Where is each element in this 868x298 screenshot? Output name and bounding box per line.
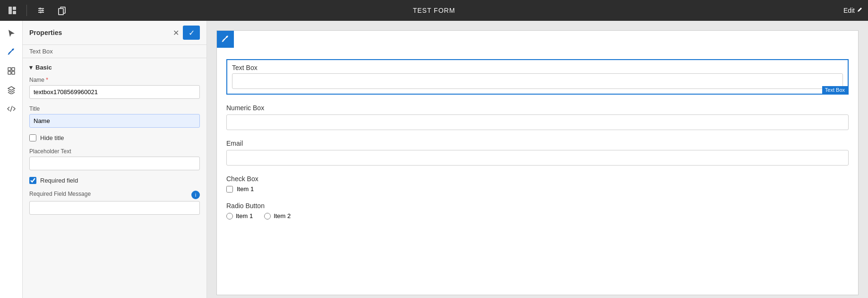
svg-line-16 [10, 106, 12, 112]
properties-title: Properties [29, 29, 62, 36]
svg-rect-15 [12, 71, 15, 74]
checkbox-item-1: Item 1 [226, 185, 849, 193]
checkbox-field: Check Box Item 1 [226, 175, 849, 193]
title-field-group: Title [29, 105, 200, 128]
section-basic[interactable]: ▾ Basic [29, 64, 200, 71]
placeholder-field-group: Placeholder Text [29, 148, 200, 170]
hide-title-checkbox[interactable] [29, 134, 36, 141]
sliders-icon-btn[interactable] [33, 2, 50, 19]
radio-item-label-2: Item 2 [274, 212, 291, 219]
radio-input-2[interactable] [264, 213, 271, 219]
svg-rect-12 [8, 68, 11, 70]
title-field-label: Title [29, 105, 200, 112]
name-field-label: Name * [29, 77, 200, 83]
wrench-icon-btn[interactable] [3, 44, 20, 61]
numericbox-input[interactable] [226, 114, 849, 130]
form-canvas-inner: Text Box Text Box Numeric Box Email Chec… [216, 30, 859, 295]
top-bar-left [0, 2, 70, 19]
radio-input-1[interactable] [226, 213, 233, 219]
checkbox-label: Check Box [226, 175, 849, 183]
hide-title-label: Hide title [40, 134, 64, 141]
properties-panel: Properties ✕ ✓ Text Box ▾ Basic Name * [23, 21, 207, 298]
email-label: Email [226, 140, 849, 147]
top-bar: TEST FORM Edit [0, 0, 868, 21]
layers-icon-btn[interactable] [3, 81, 20, 98]
selected-tool-bar[interactable] [217, 31, 234, 48]
name-input[interactable] [29, 85, 200, 99]
email-input[interactable] [226, 150, 849, 166]
placeholder-field-label: Placeholder Text [29, 148, 200, 155]
textbox-label: Text Box [227, 60, 848, 71]
required-field-row: Required field [29, 177, 200, 184]
top-bar-right: Edit [843, 7, 868, 14]
svg-rect-14 [8, 71, 11, 74]
properties-body: ▾ Basic Name * Title Hide title [23, 58, 206, 298]
checkbox-input-1[interactable] [226, 186, 233, 193]
properties-subheader: Text Box [23, 45, 206, 58]
svg-rect-2 [13, 11, 16, 14]
edit-button[interactable]: Edit [843, 7, 862, 14]
title-input[interactable] [29, 114, 200, 128]
divider [26, 5, 27, 16]
radio-options: Item 1 Item 2 [226, 212, 849, 219]
form-title: TEST FORM [413, 7, 455, 14]
properties-header: Properties ✕ ✓ [23, 21, 206, 45]
numericbox-label: Numeric Box [226, 104, 849, 112]
radio-field: Radio Button Item 1 Item 2 [226, 202, 849, 219]
radio-item-label-1: Item 1 [236, 212, 253, 219]
form-canvas: Text Box Text Box Numeric Box Email Chec… [207, 21, 868, 298]
required-message-input[interactable] [29, 201, 200, 215]
svg-rect-0 [9, 7, 12, 14]
chevron-down-icon: ▾ [29, 64, 33, 71]
numericbox-field: Numeric Box [226, 104, 849, 130]
svg-point-8 [40, 11, 42, 13]
svg-point-7 [42, 9, 43, 11]
textbox-selected-field: Text Box Text Box [226, 59, 849, 95]
checkbox-options: Item 1 [226, 185, 849, 193]
required-message-label-row: Required Field Message i [29, 191, 200, 199]
properties-close-button[interactable]: ✕ [173, 28, 179, 37]
required-field-checkbox[interactable] [29, 177, 36, 184]
icon-sidebar [0, 21, 23, 298]
main-layout: Properties ✕ ✓ Text Box ▾ Basic Name * [0, 21, 868, 298]
name-field-group: Name * [29, 77, 200, 99]
svg-rect-1 [13, 7, 16, 10]
copy-icon-btn[interactable] [53, 2, 70, 19]
textbox-badge: Text Box [822, 86, 848, 94]
form-content: Text Box Text Box Numeric Box Email Chec… [217, 31, 858, 238]
hide-title-row: Hide title [29, 134, 200, 141]
info-icon[interactable]: i [191, 191, 200, 199]
radio-label: Radio Button [226, 202, 849, 210]
svg-rect-10 [59, 9, 63, 15]
required-message-field-group: Required Field Message i [29, 191, 200, 215]
required-field-label: Required field [40, 177, 78, 184]
checkbox-item-label-1: Item 1 [237, 185, 254, 193]
svg-rect-13 [12, 68, 15, 70]
code-icon-btn[interactable] [3, 100, 20, 117]
textbox-input[interactable] [232, 73, 843, 89]
layout-icon-btn[interactable] [4, 2, 21, 19]
placeholder-input[interactable] [29, 157, 200, 170]
email-field: Email [226, 140, 849, 166]
cursor-icon-btn[interactable] [3, 25, 20, 42]
properties-confirm-button[interactable]: ✓ [183, 26, 200, 40]
svg-point-6 [39, 8, 41, 9]
radio-item-1: Item 1 [226, 212, 253, 219]
radio-item-2: Item 2 [264, 212, 291, 219]
required-message-label: Required Field Message [29, 191, 91, 197]
grid-icon-btn[interactable] [3, 62, 20, 79]
